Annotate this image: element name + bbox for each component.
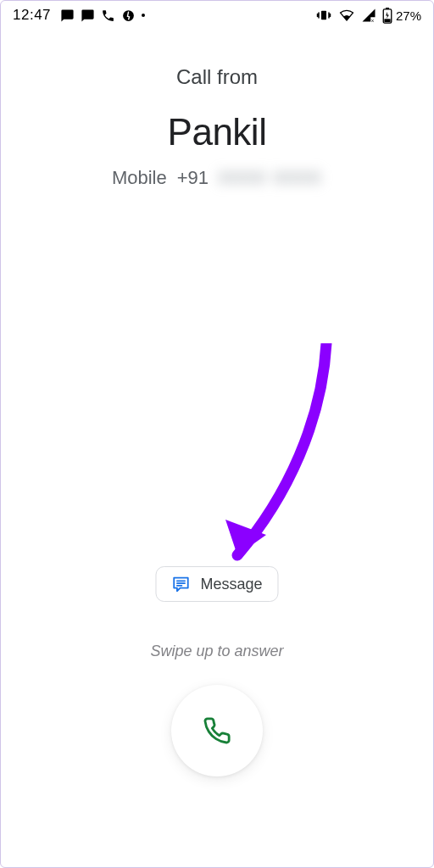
caller-name: Pankil xyxy=(1,111,433,153)
status-right: x 27% xyxy=(315,8,421,24)
message-icon xyxy=(171,575,190,593)
svg-rect-1 xyxy=(321,11,326,20)
line-type: Mobile xyxy=(112,167,167,189)
answer-call-button[interactable] xyxy=(171,685,263,776)
app-icon xyxy=(121,8,136,23)
annotation-arrow xyxy=(212,343,348,581)
battery-percent: 27% xyxy=(396,8,421,23)
svg-rect-6 xyxy=(384,19,390,22)
more-notifications-icon xyxy=(142,14,145,17)
swipe-hint: Swipe up to answer xyxy=(0,643,434,660)
redacted-phone-number: 0000 0000 xyxy=(219,167,322,189)
status-clock: 12:47 xyxy=(13,7,51,24)
phone-handset-icon xyxy=(203,716,231,745)
status-bar: 12:47 x 27% xyxy=(1,1,433,25)
caller-number-row: Mobile +91 0000 0000 xyxy=(1,167,433,189)
wifi-icon xyxy=(338,8,355,23)
message-button[interactable]: Message xyxy=(155,566,278,602)
svg-rect-5 xyxy=(386,8,389,9)
incoming-call-header: Call from Pankil Mobile +91 0000 0000 xyxy=(1,65,433,189)
status-left: 12:47 xyxy=(13,7,145,24)
chat-filled-icon xyxy=(60,8,75,23)
phone-icon xyxy=(101,8,115,23)
call-from-label: Call from xyxy=(1,65,433,89)
country-code: +91 xyxy=(177,167,209,189)
battery-indicator: 27% xyxy=(382,8,421,24)
vibrate-icon xyxy=(315,8,332,23)
battery-icon xyxy=(382,8,392,24)
chat-filled-icon xyxy=(81,8,95,23)
message-button-label: Message xyxy=(200,576,262,593)
svg-text:x: x xyxy=(371,18,374,23)
cellular-signal-icon: x xyxy=(361,8,376,23)
